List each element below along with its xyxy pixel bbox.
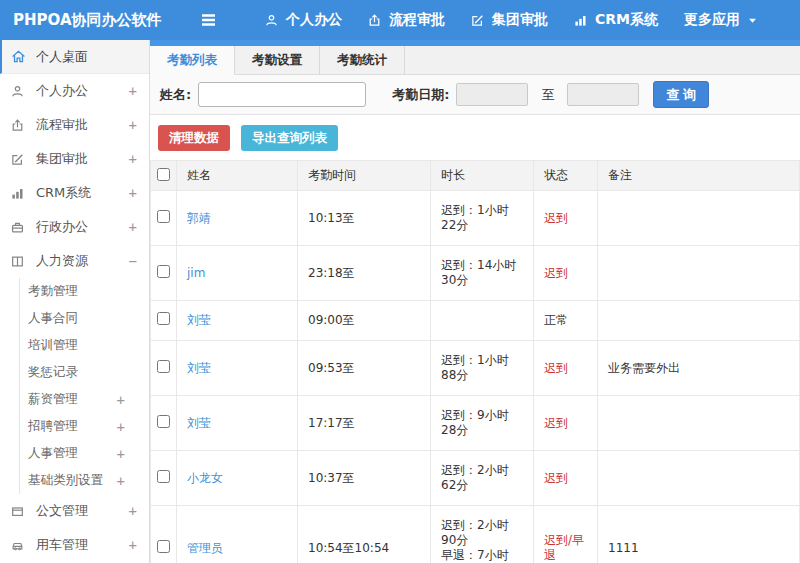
row-checkbox-cell bbox=[151, 396, 177, 451]
sidebar-item-label: CRM系统 bbox=[36, 184, 129, 202]
expand-toggle-icon[interactable]: + bbox=[129, 185, 137, 201]
expand-toggle-icon[interactable]: + bbox=[129, 503, 137, 519]
name-label: 姓名: bbox=[160, 86, 191, 104]
date-to-input[interactable] bbox=[567, 83, 639, 106]
clean-data-button[interactable]: 清理数据 bbox=[158, 125, 230, 151]
topnav-label: 个人办公 bbox=[286, 11, 342, 29]
topnav-item-more-apps[interactable]: 更多应用 bbox=[684, 11, 757, 29]
search-panel: 姓名: 考勤日期: 至 查 询 bbox=[150, 75, 800, 115]
toolbar: 清理数据 导出查询列表 bbox=[150, 115, 800, 160]
expand-toggle-icon[interactable]: + bbox=[129, 537, 137, 553]
sidebar-item-personal-desktop[interactable]: 个人桌面 bbox=[0, 40, 149, 74]
employee-name-link[interactable]: jim bbox=[187, 266, 205, 280]
app-logo: PHPOA协同办公软件 bbox=[0, 11, 150, 30]
attendance-row: 刘莹09:53至迟到：1小时88分迟到业务需要外出 bbox=[151, 341, 800, 396]
column-header-2: 时长 bbox=[431, 161, 534, 191]
export-list-button[interactable]: 导出查询列表 bbox=[241, 125, 338, 151]
attendance-row: jim23:18至迟到：14小时30分迟到 bbox=[151, 246, 800, 301]
sidebar-subitem-base-category-settings[interactable]: 基础类别设置+ bbox=[20, 467, 149, 494]
topnav-label: 流程审批 bbox=[389, 11, 445, 29]
sidebar-subitem-label: 人事管理 bbox=[28, 445, 117, 462]
sidebar-subitem-reward-punish-records[interactable]: 奖惩记录 bbox=[20, 359, 149, 386]
expand-toggle-icon[interactable]: + bbox=[129, 83, 137, 99]
status-cell: 迟到/早退 bbox=[534, 506, 598, 563]
employee-name-link[interactable]: 管理员 bbox=[187, 541, 223, 555]
name-input[interactable] bbox=[198, 82, 366, 107]
expand-toggle-icon[interactable]: + bbox=[129, 151, 137, 167]
employee-name-link[interactable]: 刘莹 bbox=[187, 313, 211, 327]
status-cell: 迟到 bbox=[534, 396, 598, 451]
sidebar-item-personal-office[interactable]: 个人办公+ bbox=[0, 74, 149, 108]
date-from-input[interactable] bbox=[456, 83, 528, 106]
expand-toggle-icon[interactable]: + bbox=[117, 446, 125, 462]
topnav-item-crm-system[interactable]: CRM系统 bbox=[574, 11, 658, 29]
status-badge: 迟到 bbox=[544, 361, 568, 375]
sidebar-subitem-hr-contract[interactable]: 人事合同 bbox=[20, 305, 149, 332]
select-all-cell bbox=[151, 161, 177, 191]
sidebar-submenu: 考勤管理人事合同培训管理奖惩记录薪资管理+招聘管理+人事管理+基础类别设置+ bbox=[19, 278, 149, 494]
row-checkbox[interactable] bbox=[157, 470, 170, 483]
row-checkbox[interactable] bbox=[157, 265, 170, 278]
duration-cell bbox=[431, 301, 534, 341]
tab-attendance-stats[interactable]: 考勤统计 bbox=[320, 46, 405, 74]
hamburger-icon[interactable] bbox=[200, 13, 217, 27]
duration-cell: 迟到：2小时62分 bbox=[431, 451, 534, 506]
name-cell: 刘莹 bbox=[177, 396, 298, 451]
row-checkbox[interactable] bbox=[157, 360, 170, 373]
sidebar-subitem-attendance-mgmt[interactable]: 考勤管理 bbox=[20, 278, 149, 305]
query-button[interactable]: 查 询 bbox=[653, 81, 709, 108]
employee-name-link[interactable]: 刘莹 bbox=[187, 416, 211, 430]
sidebar-item-group-approval[interactable]: 集团审批+ bbox=[0, 142, 149, 176]
topnav-item-process-approval[interactable]: 流程审批 bbox=[368, 11, 445, 29]
employee-name-link[interactable]: 刘莹 bbox=[187, 361, 211, 375]
sidebar-item-label: 个人桌面 bbox=[36, 48, 137, 66]
row-checkbox[interactable] bbox=[157, 210, 170, 223]
expand-toggle-icon[interactable]: + bbox=[117, 419, 125, 435]
sidebar-item-human-resources[interactable]: 人力资源− bbox=[0, 244, 149, 278]
expand-toggle-icon[interactable]: + bbox=[129, 219, 137, 235]
sidebar-subitem-salary-mgmt[interactable]: 薪资管理+ bbox=[20, 386, 149, 413]
select-all-checkbox[interactable] bbox=[157, 168, 170, 181]
sidebar-item-crm-system[interactable]: CRM系统+ bbox=[0, 176, 149, 210]
row-checkbox-cell bbox=[151, 341, 177, 396]
sidebar-subitem-label: 培训管理 bbox=[28, 337, 125, 354]
tab-attendance-settings[interactable]: 考勤设置 bbox=[235, 46, 320, 74]
sidebar-subitem-label: 考勤管理 bbox=[28, 283, 125, 300]
duration-line: 迟到：1小时88分 bbox=[441, 353, 523, 383]
time-cell: 09:53至 bbox=[298, 341, 431, 396]
row-checkbox[interactable] bbox=[157, 312, 170, 325]
status-badge: 迟到 bbox=[544, 266, 568, 280]
attendance-table: 姓名考勤时间时长状态备注 郭靖10:13至迟到：1小时22分迟到jim23:18… bbox=[150, 160, 800, 563]
sidebar-item-label: 集团审批 bbox=[36, 150, 129, 168]
note-cell bbox=[598, 246, 800, 301]
sidebar-subitem-training-mgmt[interactable]: 培训管理 bbox=[20, 332, 149, 359]
process-icon bbox=[11, 119, 27, 132]
note-cell bbox=[598, 301, 800, 341]
sidebar-item-process-approval[interactable]: 流程审批+ bbox=[0, 108, 149, 142]
sidebar-item-document-mgmt[interactable]: 公文管理+ bbox=[0, 494, 149, 528]
employee-name-link[interactable]: 郭靖 bbox=[187, 211, 211, 225]
time-cell: 17:17至 bbox=[298, 396, 431, 451]
sidebar-item-vehicle-mgmt[interactable]: 用车管理+ bbox=[0, 528, 149, 562]
row-checkbox[interactable] bbox=[157, 415, 170, 428]
expand-toggle-icon[interactable]: + bbox=[129, 117, 137, 133]
name-cell: 管理员 bbox=[177, 506, 298, 563]
expand-toggle-icon[interactable]: + bbox=[117, 392, 125, 408]
tab-attendance-list[interactable]: 考勤列表 bbox=[150, 46, 235, 75]
sidebar: 个人桌面个人办公+流程审批+集团审批+CRM系统+行政办公+人力资源−考勤管理人… bbox=[0, 40, 150, 563]
sidebar-item-admin-office[interactable]: 行政办公+ bbox=[0, 210, 149, 244]
employee-name-link[interactable]: 小龙女 bbox=[187, 471, 223, 485]
expand-toggle-icon[interactable]: + bbox=[117, 473, 125, 489]
topnav-item-personal-office[interactable]: 个人办公 bbox=[265, 11, 342, 29]
sidebar-subitem-label: 奖惩记录 bbox=[28, 364, 125, 381]
sidebar-subitem-recruit-mgmt[interactable]: 招聘管理+ bbox=[20, 413, 149, 440]
status-cell: 迟到 bbox=[534, 341, 598, 396]
expand-toggle-icon[interactable]: − bbox=[129, 253, 137, 269]
date-to-label: 至 bbox=[541, 86, 554, 104]
note-cell bbox=[598, 191, 800, 246]
note-cell bbox=[598, 451, 800, 506]
sidebar-subitem-personnel-mgmt[interactable]: 人事管理+ bbox=[20, 440, 149, 467]
status-badge: 迟到 bbox=[544, 416, 568, 430]
row-checkbox[interactable] bbox=[157, 540, 170, 553]
topnav-item-group-approval[interactable]: 集团审批 bbox=[471, 11, 548, 29]
